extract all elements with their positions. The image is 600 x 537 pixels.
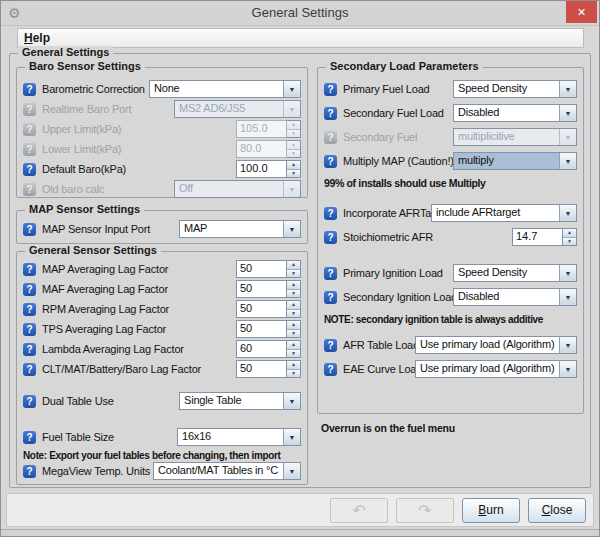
help-icon: ?: [23, 123, 36, 136]
spin-up-icon[interactable]: ▲: [287, 281, 300, 289]
spin-up-icon[interactable]: ▲: [287, 301, 300, 309]
chevron-down-icon: ▼: [559, 81, 576, 97]
help-icon[interactable]: ?: [23, 323, 36, 336]
multiply-map-dropdown[interactable]: multiply ▼: [453, 152, 577, 170]
undo-button: ↶: [330, 498, 388, 523]
overrun-note: Overrun is on the fuel menu: [321, 422, 455, 434]
rpm-averaging-lag-spinner[interactable]: 50 ▲▼: [236, 300, 301, 318]
incorporate-afrtarget-dropdown[interactable]: include AFRtarget ▼: [431, 204, 577, 222]
setting-row: ? Lower Limit(kPa) 80.0 ▲▼: [23, 140, 303, 158]
setting-label: Primary Ignition Load: [343, 267, 443, 279]
help-icon[interactable]: ?: [324, 231, 337, 244]
primary-ignition-load-dropdown[interactable]: Speed Density ▼: [453, 264, 577, 282]
help-icon[interactable]: ?: [324, 339, 337, 352]
help-icon[interactable]: ?: [23, 303, 36, 316]
close-window-button[interactable]: ✕: [566, 1, 597, 23]
redo-icon: ↷: [418, 501, 431, 520]
burn-button[interactable]: Burn: [462, 498, 520, 523]
setting-row: ? MAP Sensor Input Port MAP ▼: [23, 220, 303, 238]
help-icon[interactable]: ?: [23, 465, 36, 478]
setting-label: Old baro calc: [42, 183, 104, 195]
megaview-temp-units-dropdown[interactable]: Coolant/MAT Tables in °C ▼: [153, 462, 301, 480]
fuel-table-size-dropdown[interactable]: 16x16 ▼: [177, 428, 301, 446]
spin-down-icon[interactable]: ▼: [287, 269, 300, 278]
setting-label: Stoichiometric AFR: [343, 231, 433, 243]
help-icon[interactable]: ?: [324, 107, 337, 120]
help-icon[interactable]: ?: [324, 207, 337, 220]
setting-label: CLT/MAT/Battery/Baro Lag Factor: [42, 363, 201, 375]
setting-row: ? Multiply MAP (Caution!) multiply ▼: [324, 152, 579, 170]
setting-row: ? Primary Ignition Load Speed Density ▼: [324, 264, 579, 282]
setting-row: ? Stoichiometric AFR 14.7 ▲▼: [324, 228, 579, 246]
spin-down-icon[interactable]: ▼: [287, 369, 300, 378]
help-icon[interactable]: ?: [324, 155, 337, 168]
help-icon[interactable]: ?: [23, 283, 36, 296]
setting-label: MAF Averaging Lag Factor: [42, 283, 168, 295]
tps-averaging-lag-spinner[interactable]: 50 ▲▼: [236, 320, 301, 338]
help-icon[interactable]: ?: [324, 83, 337, 96]
secondary-fuel-load-dropdown[interactable]: Disabled ▼: [453, 104, 577, 122]
setting-label: Multiply MAP (Caution!): [343, 155, 454, 167]
help-icon[interactable]: ?: [23, 343, 36, 356]
secondary-ignition-load-dropdown[interactable]: Disabled ▼: [453, 288, 577, 306]
barometric-correction-dropdown[interactable]: None ▼: [149, 80, 301, 98]
help-icon[interactable]: ?: [324, 291, 337, 304]
setting-label: Secondary Ignition Load: [343, 291, 457, 303]
afr-table-load-dropdown[interactable]: Use primary load (Algorithm) ▼: [415, 336, 577, 354]
maf-averaging-lag-spinner[interactable]: 50 ▲▼: [236, 280, 301, 298]
help-icon[interactable]: ?: [23, 395, 36, 408]
spin-down-icon[interactable]: ▼: [563, 237, 576, 246]
old-baro-calc-dropdown: Off ▼: [174, 180, 301, 198]
spin-down-icon[interactable]: ▼: [287, 289, 300, 298]
chevron-down-icon: ▼: [559, 205, 576, 221]
help-icon[interactable]: ?: [23, 223, 36, 236]
clt-mat-battery-baro-lag-spinner[interactable]: 50 ▲▼: [236, 360, 301, 378]
group-title: MAP Sensor Settings: [25, 203, 144, 215]
title-bar: ⚙ General Settings ✕: [1, 1, 599, 26]
chevron-down-icon: ▼: [559, 337, 576, 353]
chevron-down-icon: ▼: [559, 105, 576, 121]
chevron-down-icon: ▼: [283, 463, 300, 479]
chevron-down-icon: ▼: [559, 153, 576, 169]
default-baro-spinner[interactable]: 100.0 ▲▼: [236, 160, 301, 178]
help-icon[interactable]: ?: [23, 83, 36, 96]
spin-up-icon[interactable]: ▲: [287, 361, 300, 369]
help-icon[interactable]: ?: [324, 267, 337, 280]
spin-down-icon[interactable]: ▼: [287, 309, 300, 318]
primary-fuel-load-dropdown[interactable]: Speed Density ▼: [453, 80, 577, 98]
spin-up-icon[interactable]: ▲: [287, 341, 300, 349]
lambda-averaging-lag-spinner[interactable]: 60 ▲▼: [236, 340, 301, 358]
spin-down-icon[interactable]: ▼: [287, 349, 300, 358]
dual-table-use-dropdown[interactable]: Single Table ▼: [179, 392, 301, 410]
map-sensor-input-port-dropdown[interactable]: MAP ▼: [179, 220, 301, 238]
map-sensor-settings-group: MAP Sensor Settings ? MAP Sensor Input P…: [16, 210, 308, 244]
spin-down-icon[interactable]: ▼: [287, 329, 300, 338]
stoichiometric-afr-spinner[interactable]: 14.7 ▲▼: [512, 228, 577, 246]
multiply-note: 99% of installs should use Multiply: [324, 176, 579, 190]
setting-label: MegaView Temp. Units: [42, 465, 150, 477]
menu-help[interactable]: Help: [24, 31, 50, 45]
help-icon[interactable]: ?: [23, 431, 36, 444]
help-icon[interactable]: ?: [324, 363, 337, 376]
chevron-down-icon: ▼: [283, 101, 300, 117]
setting-row: ? Secondary Fuel multiplicitive ▼: [324, 128, 579, 146]
map-averaging-lag-spinner[interactable]: 50 ▲▼: [236, 260, 301, 278]
spin-up-icon[interactable]: ▲: [563, 229, 576, 237]
help-icon[interactable]: ?: [23, 263, 36, 276]
help-icon[interactable]: ?: [23, 163, 36, 176]
setting-label: Secondary Fuel: [343, 131, 417, 143]
eae-curve-load-dropdown[interactable]: Use primary load (Algorithm) ▼: [415, 360, 577, 378]
help-icon[interactable]: ?: [23, 363, 36, 376]
setting-row: ? Secondary Ignition Load Disabled ▼: [324, 288, 579, 306]
setting-label: Lower Limit(kPa): [42, 143, 121, 155]
group-title: Secondary Load Parameters: [326, 60, 483, 72]
spin-down-icon[interactable]: ▼: [287, 169, 300, 178]
spin-up-icon[interactable]: ▲: [287, 321, 300, 329]
spin-up-icon: ▲: [287, 141, 300, 149]
spin-up-icon[interactable]: ▲: [287, 261, 300, 269]
setting-row: ? MegaView Temp. Units Coolant/MAT Table…: [23, 462, 303, 480]
spin-up-icon[interactable]: ▲: [287, 161, 300, 169]
chevron-down-icon: ▼: [283, 181, 300, 197]
close-button[interactable]: Close: [528, 498, 586, 523]
chevron-down-icon: ▼: [559, 265, 576, 281]
